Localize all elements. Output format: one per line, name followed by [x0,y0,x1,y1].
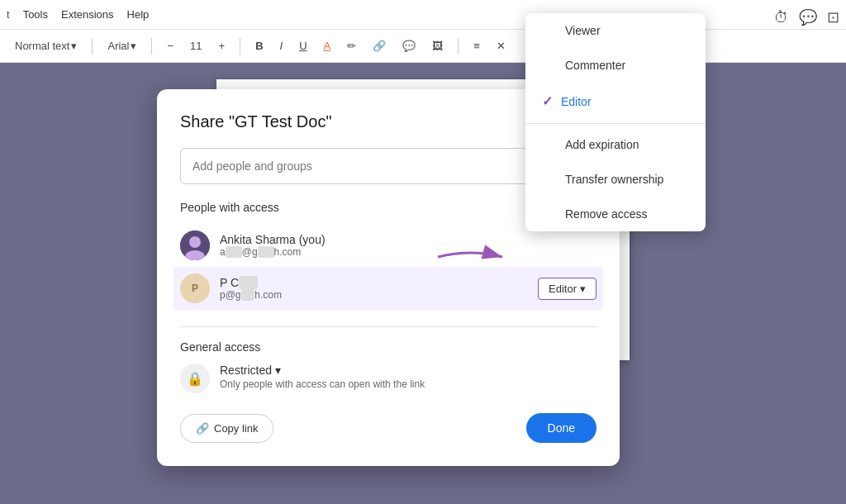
font-size-increase[interactable]: + [214,38,231,54]
dropdown-item-commenter[interactable]: Commenter [525,48,706,83]
toolbar-separator-1 [92,38,93,55]
general-access-section: General access 🔒 Restricted ▾ Only peopl… [180,326,596,393]
top-right-actions: ⏱ 💬 ⊡ [774,8,839,26]
email-suffix-1: h.com [274,246,302,258]
access-description: Only people with access can open with th… [220,378,596,390]
editor-label: Editor [549,283,577,295]
access-info: Restricted ▾ Only people with access can… [220,364,596,390]
menu-item-tools[interactable]: Tools [23,8,48,21]
lock-icon-circle: 🔒 [180,364,210,393]
link-icon: 🔗 [196,422,209,435]
email-prefix-1: a [220,246,226,258]
person-name-2: P C [220,276,528,289]
menu-item-t[interactable]: t [7,8,10,21]
dialog-footer: 🔗 Copy link Done [180,413,596,443]
indent-button[interactable]: ≡ [468,38,485,54]
chevron-down-icon: ▾ [580,283,586,295]
email-redacted-1 [226,246,242,258]
text-color-button[interactable]: A [319,38,336,54]
italic-button[interactable]: I [275,38,288,54]
email-redacted-2 [258,246,274,258]
dropdown-item-add-expiration[interactable]: Add expiration [525,127,706,162]
transfer-ownership-label: Transfer ownership [565,173,663,186]
editor-label-menu: Editor [561,95,592,108]
more-icon[interactable]: ⊡ [827,8,839,26]
lock-icon: 🔒 [187,371,203,387]
highlight-button[interactable]: ✏ [342,38,361,54]
person-info-2: P C p@g h.com [220,276,528,301]
general-access-label: General access [180,340,596,354]
image-button[interactable]: 🖼 [427,38,448,54]
history-icon[interactable]: ⏱ [774,9,789,26]
restricted-chevron[interactable]: ▾ [275,364,281,377]
menu-bar: t Tools Extensions Help ⏱ 💬 ⊡ [0,0,846,30]
dropdown-item-viewer[interactable]: Viewer [525,13,706,48]
arrow-pointer [438,245,512,276]
font-size-decrease[interactable]: − [162,38,178,54]
link-button[interactable]: 🔗 [368,38,391,54]
restricted-label: Restricted [220,364,272,377]
underline-button[interactable]: U [294,38,311,54]
avatar-ankita [180,231,210,260]
done-button[interactable]: Done [526,413,596,443]
person-row-2: P P C p@g h.com Editor ▾ [173,267,603,310]
dropdown-item-editor[interactable]: ✓ Editor [525,83,706,120]
dropdown-divider-1 [525,123,706,124]
dropdown-item-transfer-ownership[interactable]: Transfer ownership [525,162,706,197]
add-expiration-label: Add expiration [565,138,639,151]
role-dropdown-menu: Viewer Commenter ✓ Editor Add expiration… [525,13,706,231]
access-row: 🔒 Restricted ▾ Only people with access c… [180,364,596,393]
dropdown-item-remove-access[interactable]: Remove access [525,197,706,231]
strike-button[interactable]: ✕ [492,38,511,54]
email-domain-1: @g [242,246,258,258]
font-size-value[interactable]: 11 [185,38,207,54]
svg-point-1 [189,236,201,248]
person-email-1: a @g h.com [220,246,596,258]
formatting-toolbar: Normal text ▾ Arial ▾ − 11 + B I U A ✏ 🔗… [0,30,846,63]
remove-access-label: Remove access [565,207,648,221]
person-info-1: Ankita Sharma (you) a @g h.com [220,233,596,258]
avatar-person2: P [180,273,210,303]
menu-item-help[interactable]: Help [127,8,150,21]
chat-icon[interactable]: 💬 [799,8,817,26]
copy-link-button[interactable]: 🔗 Copy link [180,414,273,443]
avatar-initials: P [192,283,198,294]
bold-button[interactable]: B [250,38,268,54]
copy-link-label: Copy link [214,422,258,435]
commenter-label: Commenter [565,59,625,72]
normal-text-dropdown[interactable]: Normal text ▾ [10,38,82,54]
font-dropdown[interactable]: Arial ▾ [102,38,141,54]
menu-item-extensions[interactable]: Extensions [61,8,114,21]
toolbar-separator-3 [240,38,240,55]
toolbar-separator-4 [458,38,459,55]
restricted-row: Restricted ▾ [220,364,596,377]
toolbar-separator-2 [151,38,152,55]
person-name-1: Ankita Sharma (you) [220,233,596,246]
editor-check-icon: ✓ [542,93,553,109]
person-email-2: p@g h.com [220,289,528,301]
editor-dropdown-button[interactable]: Editor ▾ [538,278,596,300]
viewer-label: Viewer [565,24,601,37]
comment-button[interactable]: 💬 [397,38,421,54]
